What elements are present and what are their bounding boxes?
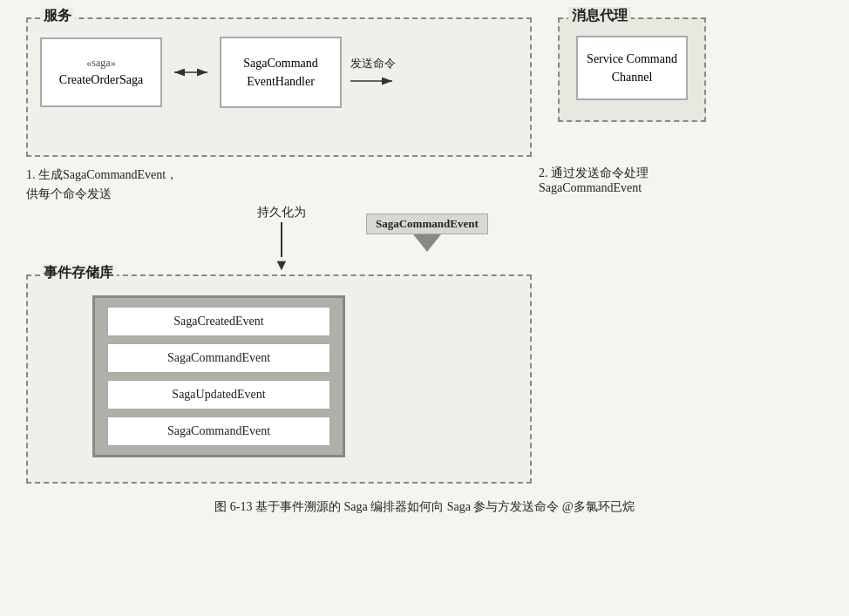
event-store-inner: SagaCreatedEventSagaCommandEventSagaUpda… [92, 295, 345, 457]
service-inner: «saga» CreateOrderSaga [40, 37, 518, 108]
event-item: SagaCreatedEvent [107, 307, 330, 336]
broker-box: 消息代理 Service Command Channel [558, 17, 706, 122]
event-store-label: 事件存储库 [40, 264, 117, 282]
event-store-box: 事件存储库 SagaCreatedEventSagaCommandEventSa… [26, 274, 532, 484]
annotation-right-line1: 2. 通过发送命令处理 [539, 166, 649, 181]
service-box-label: 服务 [40, 7, 75, 25]
event-item: SagaCommandEvent [107, 416, 330, 446]
saga-command-event-handler: SagaCommand EventHandler [220, 37, 342, 108]
saga-command-handler-line1: SagaCommand [234, 54, 328, 72]
send-arrow-area: 发送命令 [342, 56, 404, 89]
persist-label: 持久化为 [257, 205, 306, 220]
persist-arrow-line [281, 222, 282, 257]
down-triangle-icon [413, 234, 441, 252]
saga-event-tag: SagaCommandEvent [366, 213, 488, 234]
send-arrow-svg [349, 73, 397, 89]
persist-arrow: 持久化为 ▼ [257, 205, 306, 273]
middle-section: 持久化为 ▼ SagaCommandEvent [26, 205, 823, 274]
send-command-label: 发送命令 [350, 56, 396, 71]
saga-command-handler-line2: EventHandler [234, 72, 328, 91]
event-store-section: 事件存储库 SagaCreatedEventSagaCommandEventSa… [26, 274, 823, 484]
annotation-left-line2: 供每个命令发送 [26, 185, 178, 204]
annotation-right-line2: SagaCommandEvent [539, 181, 649, 195]
service-command-channel: Service Command Channel [576, 36, 688, 100]
service-command-channel-line1: Service Command [587, 50, 677, 68]
annotation-right: 2. 通过发送命令处理 SagaCommandEvent [539, 166, 649, 205]
persist-arrow-down: ▼ [274, 257, 289, 273]
annotations: 1. 生成SagaCommandEvent， 供每个命令发送 2. 通过发送命令… [26, 166, 823, 205]
saga-command-event-label: SagaCommandEvent [366, 213, 488, 252]
annotation-left: 1. 生成SagaCommandEvent， 供每个命令发送 [26, 166, 178, 205]
create-order-saga: «saga» CreateOrderSaga [40, 37, 162, 107]
page: 服务 «saga» CreateOrderSaga [0, 0, 849, 616]
saga-stereotype: «saga» [56, 55, 146, 71]
event-item: SagaUpdatedEvent [107, 380, 330, 410]
event-item: SagaCommandEvent [107, 343, 330, 373]
top-section: 服务 «saga» CreateOrderSaga [26, 17, 823, 157]
caption: 图 6-13 基于事件溯源的 Saga 编排器如何向 Saga 参与方发送命令 … [26, 498, 823, 517]
double-arrow-svg [169, 64, 213, 81]
create-order-saga-name: CreateOrderSaga [56, 71, 146, 89]
service-box: 服务 «saga» CreateOrderSaga [26, 17, 532, 157]
broker-box-label: 消息代理 [568, 7, 631, 25]
double-arrow [162, 64, 220, 81]
annotation-left-line1: 1. 生成SagaCommandEvent， [26, 166, 178, 185]
service-command-channel-line2: Channel [587, 68, 677, 86]
